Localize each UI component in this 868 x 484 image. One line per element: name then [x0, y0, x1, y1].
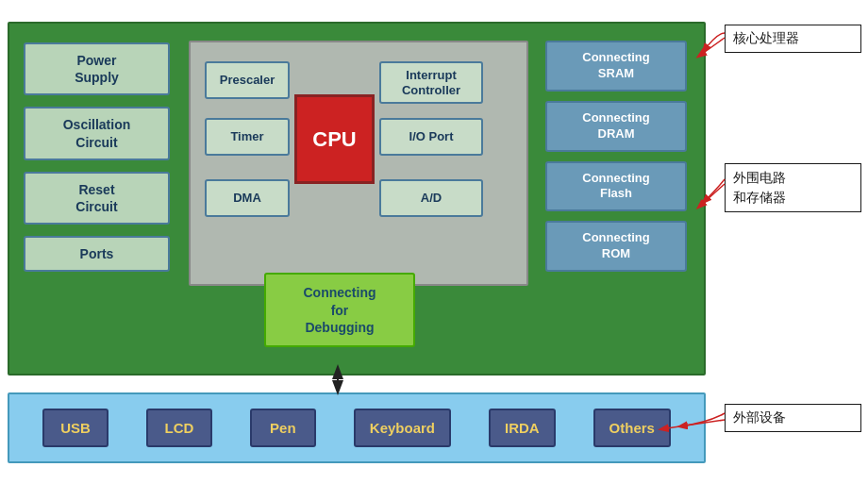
ad-box: A/D: [379, 179, 483, 217]
timer-box: Timer: [205, 118, 290, 156]
cpu-area: Prescaler InterruptController Timer I/O …: [189, 41, 528, 286]
right-connects: ConnectingSRAM ConnectingDRAM Connecting…: [545, 41, 687, 281]
board: PowerSupply OscillationCircuit ResetCirc…: [8, 22, 706, 376]
usb-box: USB: [42, 409, 108, 447]
prescaler-box: Prescaler: [205, 61, 290, 99]
connecting-dram-box: ConnectingDRAM: [545, 101, 687, 152]
io-port-box: I/O Port: [379, 118, 483, 156]
pen-box: Pen: [250, 409, 316, 447]
others-box: Others: [593, 409, 671, 447]
left-components: PowerSupply OscillationCircuit ResetCirc…: [24, 42, 170, 283]
external-device-label: 外部设备: [725, 404, 861, 432]
power-supply-box: PowerSupply: [24, 42, 170, 95]
cpu-box: CPU: [294, 94, 375, 184]
connecting-rom-box: ConnectingROM: [545, 221, 687, 272]
dma-box: DMA: [205, 179, 290, 217]
oscillation-circuit-box: OscillationCircuit: [24, 107, 170, 159]
lcd-box: LCD: [146, 409, 212, 447]
ports-box: Ports: [24, 236, 170, 272]
irda-box: IRDA: [489, 409, 556, 447]
interrupt-controller-box: InterruptController: [379, 61, 483, 104]
connecting-sram-box: ConnectingSRAM: [545, 41, 687, 92]
debug-box: ConnectingforDebugging: [264, 273, 415, 347]
keyboard-box: Keyboard: [354, 409, 451, 447]
main-container: PowerSupply OscillationCircuit ResetCirc…: [8, 8, 725, 470]
connecting-flash-box: ConnectingFlash: [545, 161, 687, 212]
peripheral-label: 外围电路和存储器: [725, 163, 861, 212]
external-area: USB LCD Pen Keyboard IRDA Others: [8, 392, 706, 463]
reset-circuit-box: ResetCircuit: [24, 172, 170, 225]
core-processor-label: 核心处理器: [725, 25, 861, 53]
